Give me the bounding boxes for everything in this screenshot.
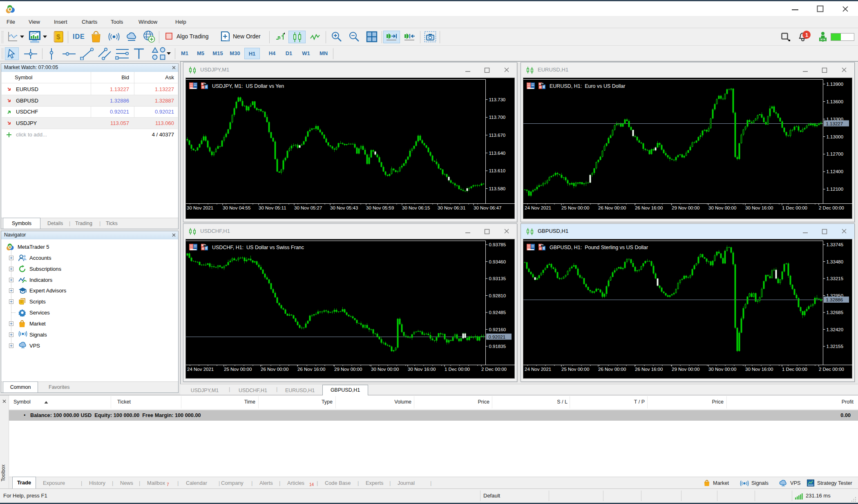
svg-text:1.32685: 1.32685 — [827, 310, 844, 315]
svg-text:1.13227: 1.13227 — [826, 121, 843, 126]
svg-text:0.92160: 0.92160 — [489, 327, 506, 332]
svg-text:113.700: 113.700 — [489, 115, 506, 120]
svg-text:30 Nov 06:31: 30 Nov 06:31 — [438, 205, 465, 210]
svg-text:30 Nov 05:27: 30 Nov 05:27 — [294, 205, 322, 210]
svg-text:$: $ — [56, 33, 60, 41]
svg-text:24 Nov 2021: 24 Nov 2021 — [525, 367, 551, 372]
svg-text:30 Nov 2021: 30 Nov 2021 — [187, 205, 213, 210]
svg-text:30 Nov 16:00: 30 Nov 16:00 — [745, 205, 773, 210]
svg-text:1.33215: 1.33215 — [827, 276, 844, 281]
svg-text:2 Dec 00:00: 2 Dec 00:00 — [481, 367, 507, 372]
svg-text:1.32420: 1.32420 — [827, 327, 844, 332]
svg-text:113.670: 113.670 — [489, 133, 506, 138]
svg-text:113.580: 113.580 — [489, 186, 506, 191]
svg-text:26 Nov 00:00: 26 Nov 00:00 — [261, 367, 288, 372]
svg-text:0.92485: 0.92485 — [489, 310, 506, 315]
svg-text:1: 1 — [805, 32, 808, 38]
svg-text:30 Nov 00:00: 30 Nov 00:00 — [371, 367, 399, 372]
svg-text:30 Nov 00:00: 30 Nov 00:00 — [708, 205, 736, 210]
svg-text:25 Nov 00:00: 25 Nov 00:00 — [561, 205, 589, 210]
svg-text:0.92021: 0.92021 — [489, 335, 506, 339]
svg-text:26 Nov 00:00: 26 Nov 00:00 — [598, 367, 626, 372]
svg-text:30 Nov 06:15: 30 Nov 06:15 — [402, 205, 430, 210]
svg-text:1 Dec 00:00: 1 Dec 00:00 — [782, 367, 807, 372]
svg-text:1.13900: 1.13900 — [827, 82, 844, 87]
svg-text:0.92810: 0.92810 — [489, 293, 506, 298]
svg-text:EURUSD, H1: Euro vs US Dollar: EURUSD, H1: Euro vs US Dollar — [550, 83, 625, 89]
svg-text:1 Dec 00:00: 1 Dec 00:00 — [445, 367, 470, 372]
svg-text:30 Nov 05:59: 30 Nov 05:59 — [366, 205, 394, 210]
svg-text:30 Nov 06:47: 30 Nov 06:47 — [474, 205, 501, 210]
svg-text:1.13000: 1.13000 — [827, 134, 844, 139]
svg-text:113.640: 113.640 — [489, 151, 506, 156]
svg-text:113.730: 113.730 — [489, 97, 506, 102]
svg-text:1.12700: 1.12700 — [827, 152, 844, 156]
svg-text:24 Nov 2021: 24 Nov 2021 — [187, 367, 214, 372]
svg-text:30 Nov 16:00: 30 Nov 16:00 — [745, 367, 773, 372]
svg-text:1.33480: 1.33480 — [827, 259, 844, 264]
svg-text:1.13600: 1.13600 — [827, 99, 844, 104]
svg-text:29 Nov 00:00: 29 Nov 00:00 — [672, 367, 699, 372]
svg-text:113.610: 113.610 — [489, 168, 506, 173]
svg-text:0.93460: 0.93460 — [489, 259, 506, 264]
svg-text:1.32886: 1.32886 — [826, 297, 843, 302]
svg-text:1.12100: 1.12100 — [827, 187, 844, 192]
svg-text:26 Nov 00:00: 26 Nov 00:00 — [598, 205, 626, 210]
svg-text:30 Nov 05:43: 30 Nov 05:43 — [330, 205, 358, 210]
svg-text:30 Nov 16:00: 30 Nov 16:00 — [408, 367, 436, 372]
svg-text:USDJPY, M1: US Dollar vs Yen: USDJPY, M1: US Dollar vs Yen — [212, 83, 284, 89]
svg-text:1.33745: 1.33745 — [827, 242, 844, 247]
svg-text:30 Nov 05:11: 30 Nov 05:11 — [259, 205, 286, 210]
svg-text:0.93785: 0.93785 — [489, 242, 506, 247]
svg-text:0.91835: 0.91835 — [489, 344, 506, 349]
svg-text:0.93135: 0.93135 — [489, 276, 506, 281]
svg-text:30 Nov 00:00: 30 Nov 00:00 — [708, 367, 736, 372]
svg-text:2 Dec 00:00: 2 Dec 00:00 — [819, 367, 844, 372]
svg-text:USDCHF, H1: US Dollar vs Swis: USDCHF, H1: US Dollar vs Swiss Franc — [212, 245, 304, 250]
svg-text:30 Nov 04:55: 30 Nov 04:55 — [223, 205, 250, 210]
svg-text:1.32155: 1.32155 — [827, 344, 844, 349]
svg-text:29 Nov 00:00: 29 Nov 00:00 — [672, 205, 699, 210]
svg-text:GBPUSD, H1: Pound Sterling vs: GBPUSD, H1: Pound Sterling vs US Dollar — [550, 245, 648, 250]
svg-text:25 Nov 00:00: 25 Nov 00:00 — [561, 367, 589, 372]
svg-text:24 Nov 2021: 24 Nov 2021 — [525, 205, 551, 210]
svg-text:26 Nov 16:00: 26 Nov 16:00 — [297, 367, 325, 372]
svg-text:26 Nov 16:00: 26 Nov 16:00 — [635, 205, 663, 210]
svg-text:26 Nov 16:00: 26 Nov 16:00 — [635, 367, 663, 372]
svg-text:1 Dec 00:00: 1 Dec 00:00 — [782, 205, 807, 210]
svg-text:25 Nov 00:00: 25 Nov 00:00 — [224, 367, 252, 372]
svg-text:1.12400: 1.12400 — [827, 169, 844, 174]
svg-text:29 Nov 00:00: 29 Nov 00:00 — [334, 367, 362, 372]
svg-text:2 Dec 00:00: 2 Dec 00:00 — [819, 205, 844, 210]
